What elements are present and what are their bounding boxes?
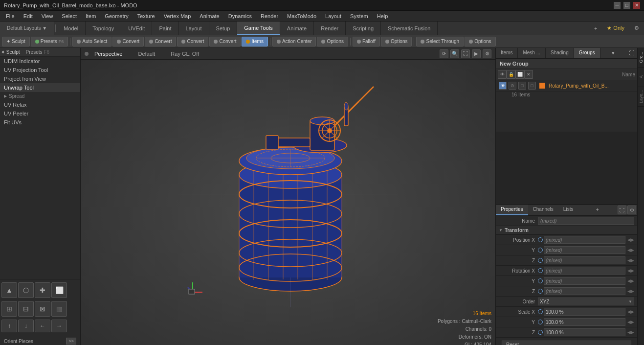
menu-layout[interactable]: Layout — [321, 12, 345, 20]
arrow-up-icon[interactable]: ↑ — [1, 320, 17, 332]
tab-render[interactable]: Render — [314, 22, 346, 35]
tab-uvedit[interactable]: UVEdit — [121, 22, 152, 35]
right-tab-dropdown[interactable]: ▾ — [609, 48, 618, 58]
prop-order-dropdown[interactable]: XYZ ▼ — [538, 298, 634, 305]
tool-spread-section[interactable]: Spread — [0, 92, 80, 100]
menu-item[interactable]: Item — [82, 12, 100, 20]
menu-dynamics[interactable]: Dynamics — [224, 12, 256, 20]
rotation-x-circle-icon[interactable] — [538, 268, 543, 273]
menu-edit[interactable]: Edit — [20, 12, 37, 20]
auto-select-button[interactable]: Auto Select — [72, 37, 111, 46]
arrow-right-icon[interactable]: → — [51, 320, 67, 332]
menu-select[interactable]: Select — [58, 12, 81, 20]
expand-button[interactable]: >> — [66, 338, 76, 345]
tab-setup[interactable]: Setup — [209, 22, 238, 35]
group-item-eye-icon[interactable]: 👁 — [499, 82, 507, 90]
star-only-label[interactable]: ★ Only — [602, 23, 629, 33]
scale-x-circle-icon[interactable] — [538, 309, 543, 314]
tab-scripting[interactable]: Scripting — [346, 22, 381, 35]
options-button-3[interactable]: Options — [465, 37, 495, 46]
tab-paint[interactable]: Paint — [152, 22, 178, 35]
tool-project-from-view[interactable]: Project from View — [0, 74, 80, 83]
rst-layout[interactable]: Layo... — [638, 87, 644, 107]
viewport-render-icon[interactable]: ▶ — [472, 49, 481, 58]
menu-vertex-map[interactable]: Vertex Map — [160, 12, 195, 20]
prop-rotation-y-value[interactable]: (mixed) — [544, 277, 625, 285]
viewport-canvas[interactable]: 16 Items Polygons : Catmull-Clark Channe… — [81, 60, 495, 345]
tab-topology[interactable]: Topology — [86, 22, 121, 35]
prop-scale-y-value[interactable]: 100.0 % — [544, 318, 625, 326]
tool-uv-projection[interactable]: UV Projection Tool — [0, 66, 80, 74]
scale-z-circle-icon[interactable] — [538, 330, 543, 335]
group-x-icon[interactable]: ✕ — [524, 70, 533, 79]
menu-system[interactable]: System — [346, 12, 372, 20]
tab-schematic-fusion[interactable]: Schematic Fusion — [381, 22, 438, 35]
tool-icon-grid[interactable]: ⊟ — [18, 301, 34, 317]
rtab-mesh[interactable]: Mesh ... — [518, 48, 546, 58]
menu-maxtomode[interactable]: MaxToModo — [283, 12, 320, 20]
right-panel-expand-icon[interactable]: ⛶ — [626, 48, 637, 58]
arrow-left-icon[interactable]: ← — [35, 320, 50, 332]
group-mesh-icon[interactable]: ⬜ — [515, 70, 524, 79]
group-item-lock-icon[interactable]: □ — [518, 82, 526, 90]
window-controls[interactable]: ─ □ ✕ — [614, 2, 640, 9]
tool-fit-uvs[interactable]: Fit UVs — [0, 118, 80, 127]
viewport-rotate-icon[interactable]: ⟳ — [440, 49, 448, 58]
tool-icon-cone[interactable]: ▲ — [1, 282, 17, 298]
scale-y-circle-icon[interactable] — [538, 320, 543, 324]
prop-position-x-value[interactable]: (mixed) — [544, 236, 625, 244]
viewport-settings-icon[interactable]: ⚙ — [483, 49, 491, 58]
select-through-button[interactable]: Select Through — [416, 37, 464, 46]
settings-icon[interactable]: ⚙ — [629, 23, 644, 33]
group-item-mesh-icon[interactable]: □ — [528, 82, 536, 90]
tool-icon-plane[interactable]: ⊞ — [1, 301, 17, 317]
minimize-button[interactable]: ─ — [614, 2, 621, 9]
tab-model[interactable]: Model — [57, 22, 86, 35]
group-lock-icon[interactable]: 🔒 — [507, 70, 515, 79]
menu-animate[interactable]: Animate — [196, 12, 223, 20]
ptab-add-button[interactable]: + — [593, 205, 601, 215]
prop-name-value[interactable]: (mixed) — [538, 217, 634, 225]
reset-button[interactable]: Reset — [502, 341, 631, 345]
tool-icon-lattice[interactable]: ⊠ — [35, 301, 50, 317]
tool-icon-cylinder[interactable]: ⬡ — [18, 282, 34, 298]
default-layouts-dropdown[interactable]: Default Layouts ▼ — [0, 22, 54, 35]
rtab-items[interactable]: Items — [496, 48, 518, 58]
options-button-1[interactable]: Options — [317, 37, 348, 46]
viewport-zoom-icon[interactable]: 🔍 — [450, 49, 459, 58]
menu-texture[interactable]: Texture — [133, 12, 159, 20]
menu-view[interactable]: View — [38, 12, 57, 20]
prop-rotation-z-value[interactable]: (mixed) — [544, 287, 625, 295]
props-settings-icon[interactable]: ⚙ — [627, 206, 636, 214]
position-y-circle-icon[interactable] — [538, 248, 543, 253]
position-x-circle-icon[interactable] — [538, 237, 543, 242]
menu-help[interactable]: Help — [373, 12, 392, 20]
tool-unwrap[interactable]: Unwrap Tool — [0, 83, 80, 92]
ptab-properties[interactable]: Properties — [496, 205, 528, 215]
convert-button-3[interactable]: Convert — [177, 37, 208, 46]
tool-uv-peeler[interactable]: UV Peeler — [0, 109, 80, 118]
props-expand-icon[interactable]: ⛶ — [618, 206, 626, 214]
convert-button-2[interactable]: Convert — [145, 37, 176, 46]
convert-button-4[interactable]: Convert — [209, 37, 241, 46]
viewport-fit-icon[interactable]: ⛶ — [461, 49, 470, 58]
tool-icon-box[interactable]: ⬜ — [51, 282, 67, 298]
options-button-2[interactable]: Options — [381, 37, 412, 46]
add-tab-button[interactable]: + — [589, 23, 602, 33]
rtab-groups[interactable]: Groups — [574, 48, 600, 58]
tool-icon-add[interactable]: ✚ — [35, 282, 50, 298]
presets-button[interactable]: Presets F6 — [31, 37, 68, 46]
group-item-render-icon[interactable]: ⊙ — [509, 82, 516, 90]
tab-layout[interactable]: Layout — [179, 22, 209, 35]
rst-groups[interactable]: Gro... — [638, 48, 644, 68]
tool-icon-mesh[interactable]: ▦ — [51, 301, 67, 317]
close-button[interactable]: ✕ — [633, 2, 640, 9]
viewport[interactable]: Perspective Default Ray GL: Off ⟳ 🔍 ⛶ ▶ … — [81, 48, 495, 345]
menu-geometry[interactable]: Geometry — [101, 12, 132, 20]
tool-udim-indicator[interactable]: UDIM Indicator — [0, 57, 80, 66]
action-center-button[interactable]: Action Center — [272, 37, 316, 46]
position-z-circle-icon[interactable] — [538, 258, 543, 263]
ptab-channels[interactable]: Channels — [528, 205, 558, 215]
maximize-button[interactable]: □ — [623, 2, 630, 9]
ptab-lists[interactable]: Lists — [558, 205, 578, 215]
